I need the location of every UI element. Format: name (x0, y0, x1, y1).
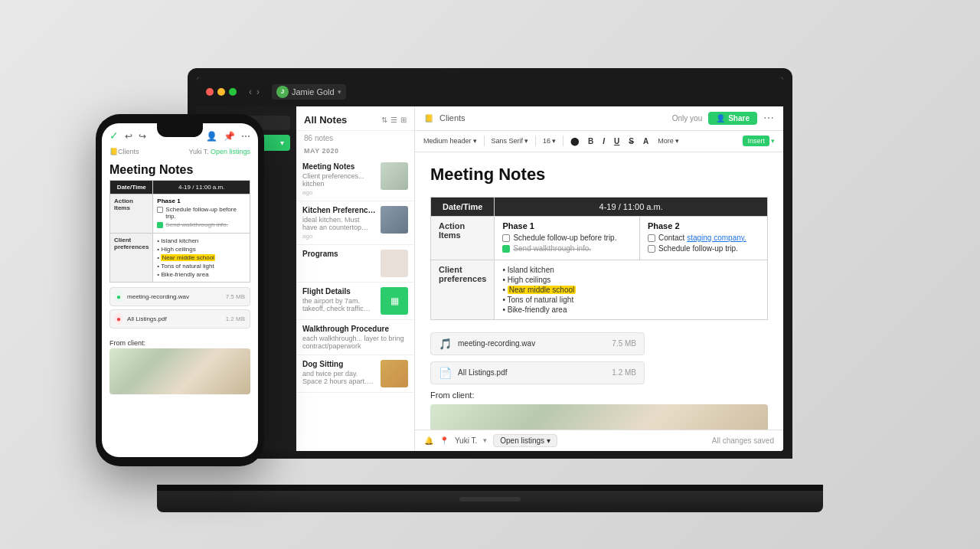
bottom-user: Yuki T. (455, 436, 477, 445)
phone-checkbox-2[interactable] (157, 222, 163, 228)
phone-room-image (109, 348, 250, 394)
laptop-hinge (157, 485, 823, 491)
note-item-text: Walkthrough Procedure each walkthrough..… (302, 325, 408, 350)
phone-pref-4: • Tons of natural light (157, 262, 246, 270)
note-item-flight[interactable]: Flight Details the airport by 7am. takeo… (296, 283, 414, 320)
note-title: Walkthrough Procedure (302, 325, 408, 333)
note-title: Flight Details (302, 287, 376, 296)
note-item-walkthrough[interactable]: Walkthrough Procedure each walkthrough..… (296, 320, 414, 355)
note-list-controls: ⇅ ☰ ⊞ (381, 116, 407, 124)
more-label: More (658, 137, 674, 145)
back-arrow[interactable]: ‹ (249, 87, 252, 97)
phone-pin-icon[interactable]: 📌 (224, 131, 235, 142)
style-selector[interactable]: Medium header ▾ (421, 136, 479, 146)
font-selector[interactable]: Sans Serif ▾ (489, 136, 531, 146)
table-header-datetime: Date/Time (431, 197, 495, 216)
checkbox-checked[interactable] (502, 245, 510, 253)
underline-button[interactable]: U (612, 136, 622, 147)
note-item-kitchen[interactable]: Kitchen Preferences ideal kitchen. Must … (296, 201, 414, 245)
note-item-text: Programs (302, 250, 376, 277)
phone-redo-icon[interactable]: ↪ (139, 131, 146, 142)
thumb-image: ▦ (381, 287, 408, 315)
phone-check-2: Send walkthrough info. (157, 221, 246, 228)
phone-check-icon: ✓ (109, 129, 119, 142)
share-button[interactable]: 👤 Share (708, 112, 757, 125)
color-button[interactable]: ⬤ (568, 136, 581, 147)
maximize-dot[interactable] (229, 88, 237, 96)
attachment-wav[interactable]: 🎵 meeting-recording.wav 7.5 MB (430, 332, 645, 355)
text-color-button[interactable]: A (641, 136, 651, 147)
from-client-label: From client: (430, 391, 768, 400)
phone-user-icon[interactable]: 👤 (206, 131, 217, 142)
phone-clients-row: 📒 Clients Yuki T. Open listings (102, 145, 258, 158)
check-text-3: Schedule follow-up trip. (658, 244, 738, 253)
note-time: ago (302, 189, 376, 196)
phone-td-phase1: Phase 1 Schedule follow-up before trip. … (153, 194, 250, 233)
close-dot[interactable] (206, 88, 214, 96)
note-section-label: MAY 2020 (296, 144, 414, 158)
note-item-programs[interactable]: Programs (296, 245, 414, 283)
checkbox-2[interactable] (648, 234, 655, 242)
note-preview: ideal kitchen. Must have an countertop t… (302, 216, 376, 231)
phone-td-action-label: Action Items (110, 194, 153, 233)
size-selector[interactable]: 16 ▾ (541, 136, 558, 146)
note-thumbnail: ▦ (381, 287, 408, 315)
user-dropdown[interactable]: ▾ (483, 436, 487, 444)
client-prefs-list: Island kitchen High ceilings Near middle… (502, 265, 760, 315)
check-text: Schedule follow-up before trip. (513, 234, 616, 242)
user-name: Jamie Gold (292, 87, 335, 96)
bold-button[interactable]: B (586, 136, 596, 147)
more-button[interactable]: More ▾ (655, 136, 681, 146)
pref-item: Tons of natural light (502, 295, 760, 305)
pref-item: Island kitchen (502, 265, 760, 275)
minimize-dot[interactable] (217, 88, 225, 96)
more-options-button[interactable]: ⋯ (763, 112, 774, 124)
checkbox[interactable] (502, 234, 510, 242)
thumb-image (381, 206, 408, 234)
insert-button[interactable]: Insert ▾ (740, 134, 777, 148)
note-item-dogsitting[interactable]: Dog Sitting and twice per day. Space 2 h… (296, 355, 414, 393)
location-icon[interactable]: 📍 (439, 436, 449, 445)
staging-link[interactable]: staging company. (687, 234, 746, 242)
note-list-header: All Notes ⇅ ☰ ⊞ (296, 106, 414, 131)
note-item-meeting[interactable]: Meeting Notes Client preferences... kitc… (296, 158, 414, 201)
forward-arrow[interactable]: › (256, 87, 260, 97)
phone-attach-wav[interactable]: ● meeting-recording.wav 7.5 MB (109, 287, 250, 306)
sort-icon[interactable]: ⇅ (381, 116, 387, 124)
open-listings-label: Open listings (500, 436, 544, 445)
phone-phase1-label: Phase 1 (157, 198, 246, 204)
table-cell-phase1: Phase 1 Schedule follow-up before trip. (495, 216, 640, 260)
user-badge[interactable]: J Jamie Gold ▾ (272, 84, 346, 100)
open-listings-button[interactable]: Open listings ▾ (493, 434, 557, 447)
phone-open-listings-btn[interactable]: Open listings (211, 148, 250, 155)
phone-attach-pdf[interactable]: ● All Listings.pdf 1.2 MB (109, 309, 250, 328)
phone-attach-name-1: meeting-recording.wav (127, 293, 221, 300)
phone-undo-icon[interactable]: ↩ (125, 131, 132, 142)
pref-item: High ceilings (502, 275, 760, 285)
note-title: Kitchen Preferences (302, 206, 376, 214)
editor-content[interactable]: Meeting Notes Date/Time 4-19 / 11:00 a.m… (415, 152, 783, 430)
phone-from-client-label: From client: (102, 336, 258, 348)
bell-icon[interactable]: 🔔 (424, 436, 433, 445)
highlight: Near middle school (508, 286, 577, 294)
checkbox-3[interactable] (648, 245, 655, 253)
phone-screen: ✓ ↩ ↪ 👤 📌 ⋯ 📒 Clients Yuki T. Open listi… (102, 123, 258, 457)
insert-dropdown-icon: ▾ (771, 137, 775, 145)
note-item-text: Meeting Notes Client preferences... kitc… (302, 162, 376, 196)
audio-icon: 🎵 (439, 338, 452, 350)
attachment-pdf[interactable]: 📄 All Listings.pdf 1.2 MB (430, 361, 645, 384)
attachment-name: meeting-recording.wav (458, 339, 606, 348)
phone-notch (157, 123, 203, 137)
laptop-screen-border: ‹ › J Jamie Gold ▾ (188, 68, 792, 459)
filter-icon[interactable]: ☰ (390, 116, 397, 124)
check-item-3: Contact staging company. (648, 234, 760, 242)
phone-more-icon[interactable]: ⋯ (241, 131, 250, 142)
italic-button[interactable]: I (600, 136, 607, 147)
check-item: Schedule follow-up before trip. (502, 234, 632, 242)
note-preview: each walkthrough... layer to bring contr… (302, 335, 408, 350)
phone-checkbox-1[interactable] (157, 207, 163, 213)
phone-check-1: Schedule follow-up before trip. (157, 206, 246, 220)
strikethrough-button[interactable]: S (626, 136, 636, 147)
attachment-size-2: 1.2 MB (612, 368, 636, 377)
grid-icon[interactable]: ⊞ (400, 116, 407, 124)
